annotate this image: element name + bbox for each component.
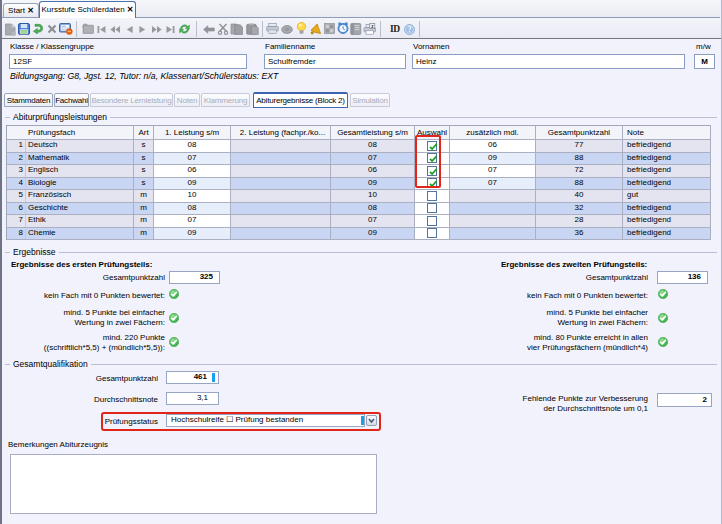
svg-text:?: ? <box>407 25 411 34</box>
